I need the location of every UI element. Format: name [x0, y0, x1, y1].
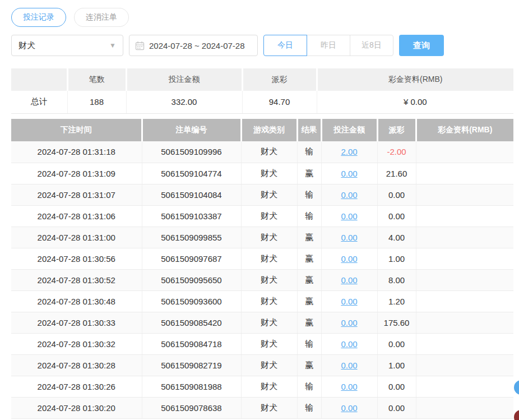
bet-table-header-cell: 结果 — [297, 119, 321, 141]
game-select[interactable]: 财犬 ▼ — [11, 35, 123, 56]
result-cell: 输 — [297, 333, 321, 354]
summary-total-label: 总计 — [11, 91, 67, 113]
result-cell: 赢 — [297, 290, 321, 312]
bonus-cell — [416, 376, 513, 397]
bet-time-cell: 2024-07-28 01:31:09 — [11, 163, 142, 184]
payout-cell: 0.00 — [377, 333, 416, 354]
result-cell: 输 — [297, 376, 321, 397]
game-type-cell: 财犬 — [241, 269, 297, 290]
game-type-cell: 财犬 — [241, 227, 297, 248]
bet-amount-cell: 0.00 — [321, 333, 377, 354]
table-row: 2024-07-28 01:30:525061509095650财犬赢0.008… — [11, 269, 513, 290]
order-id-cell: 5061509097687 — [142, 248, 241, 269]
order-id-cell: 5061509095650 — [142, 269, 241, 290]
summary-payout: 94.70 — [242, 91, 317, 113]
bet-amount-cell: 0.00 — [321, 248, 377, 269]
order-id-cell: 5061509093600 — [142, 290, 241, 312]
tab-betting-records[interactable]: 投注记录 — [11, 8, 66, 27]
date-range-value: 2024-07-28 ~ 2024-07-28 — [149, 41, 245, 50]
result-cell: 输 — [297, 141, 321, 163]
payout-cell: -2.00 — [377, 141, 416, 163]
quick-date-today-button[interactable]: 今日 — [263, 35, 307, 56]
payout-cell: 4.00 — [377, 227, 416, 248]
table-row: 2024-07-28 01:30:485061509093600财犬赢0.001… — [11, 290, 513, 312]
bet-amount-link[interactable]: 0.00 — [341, 275, 357, 285]
result-cell: 输 — [297, 205, 321, 227]
bet-amount-link[interactable]: 0.00 — [341, 297, 357, 306]
bet-table-header-cell: 彩金资料(RMB) — [416, 119, 513, 141]
floating-action-button-top[interactable] — [514, 380, 519, 395]
summary-header-cell — [11, 68, 67, 91]
bet-time-cell: 2024-07-28 01:30:26 — [11, 376, 142, 397]
tab-cancelled-orders[interactable]: 连消注单 — [74, 8, 129, 27]
summary-count: 188 — [67, 91, 126, 113]
bonus-cell — [416, 248, 513, 269]
bet-amount-link[interactable]: 0.00 — [341, 403, 357, 413]
order-id-cell: 5061509081988 — [142, 376, 241, 397]
chevron-down-icon: ▼ — [109, 41, 116, 49]
quick-date-yesterday-button[interactable]: 昨日 — [307, 35, 350, 56]
result-cell: 输 — [297, 184, 321, 205]
table-row: 2024-07-28 01:30:285061509082719财犬赢0.001… — [11, 354, 513, 376]
bet-amount-cell: 0.00 — [321, 227, 377, 248]
summary-header-cell: 彩金资料(RMB) — [317, 68, 513, 91]
summary-bonus: ¥ 0.00 — [317, 91, 513, 113]
bonus-cell — [416, 312, 513, 333]
table-row: 2024-07-28 01:30:325061509084718财犬输0.000… — [11, 333, 513, 354]
bet-table-header-row: 下注时间注单编号游戏类别结果投注金额派彩彩金资料(RMB) — [11, 119, 513, 141]
search-button[interactable]: 查询 — [399, 35, 444, 56]
bet-amount-cell: 0.00 — [321, 354, 377, 376]
floating-action-button-bottom[interactable] — [514, 410, 519, 420]
order-id-cell: 5061509104084 — [142, 184, 241, 205]
bet-amount-link[interactable]: 0.00 — [341, 254, 357, 264]
table-row: 2024-07-28 01:31:095061509104774财犬赢0.002… — [11, 163, 513, 184]
bet-time-cell: 2024-07-28 01:31:18 — [11, 141, 142, 163]
result-cell: 赢 — [297, 269, 321, 290]
bet-amount-link[interactable]: 0.00 — [341, 211, 357, 221]
bonus-cell — [416, 184, 513, 205]
result-cell: 赢 — [297, 312, 321, 333]
quick-date-last8days-button[interactable]: 近8日 — [350, 35, 393, 56]
result-cell: 赢 — [297, 248, 321, 269]
bet-amount-cell: 0.00 — [321, 397, 377, 418]
payout-cell: 8.00 — [377, 269, 416, 290]
bet-records-table: 下注时间注单编号游戏类别结果投注金额派彩彩金资料(RMB) 2024-07-28… — [11, 119, 513, 419]
bet-amount-link[interactable]: 0.00 — [341, 233, 357, 242]
calendar-icon — [135, 41, 145, 50]
order-id-cell: 5061509104774 — [142, 163, 241, 184]
summary-header-row: 笔数投注金额派彩彩金资料(RMB) — [11, 68, 513, 91]
bet-amount-link[interactable]: 0.00 — [341, 169, 357, 178]
order-id-cell: 5061509109996 — [142, 141, 241, 163]
quick-date-button-group: 今日 昨日 近8日 — [263, 35, 393, 56]
bet-time-cell: 2024-07-28 01:31:07 — [11, 184, 142, 205]
bet-table-header-cell: 注单编号 — [142, 119, 241, 141]
filter-bar: 财犬 ▼ 2024-07-28 ~ 2024-07-28 今日 昨日 近8日 查… — [11, 35, 444, 56]
payout-cell: 0.00 — [377, 376, 416, 397]
bet-amount-link[interactable]: 0.00 — [341, 361, 357, 370]
game-type-cell: 财犬 — [241, 184, 297, 205]
bet-time-cell: 2024-07-28 01:30:20 — [11, 397, 142, 418]
bet-amount-link[interactable]: 0.00 — [341, 382, 357, 391]
game-type-cell: 财犬 — [241, 376, 297, 397]
bet-time-cell: 2024-07-28 01:30:28 — [11, 354, 142, 376]
bet-amount-link[interactable]: 0.00 — [341, 339, 357, 349]
order-id-cell: 5061509103387 — [142, 205, 241, 227]
bet-amount-cell: 0.00 — [321, 269, 377, 290]
bet-amount-link[interactable]: 0.00 — [341, 190, 357, 200]
bet-amount-link[interactable]: 0.00 — [341, 318, 357, 327]
table-row: 2024-07-28 01:30:565061509097687财犬赢0.001… — [11, 248, 513, 269]
bet-table-header-cell: 下注时间 — [11, 119, 142, 141]
table-row: 2024-07-28 01:31:185061509109996财犬输2.00-… — [11, 141, 513, 163]
bet-amount-link[interactable]: 2.00 — [341, 147, 357, 156]
payout-cell: 1.00 — [377, 354, 416, 376]
summary-header-cell: 笔数 — [67, 68, 126, 91]
bonus-cell — [416, 397, 513, 418]
bonus-cell — [416, 227, 513, 248]
bet-time-cell: 2024-07-28 01:31:00 — [11, 227, 142, 248]
table-row: 2024-07-28 01:31:075061509104084财犬输0.000… — [11, 184, 513, 205]
order-id-cell: 5061509082719 — [142, 354, 241, 376]
bet-amount-cell: 0.00 — [321, 312, 377, 333]
date-range-input[interactable]: 2024-07-28 ~ 2024-07-28 — [129, 35, 258, 56]
bet-amount-cell: 0.00 — [321, 290, 377, 312]
bonus-cell — [416, 269, 513, 290]
